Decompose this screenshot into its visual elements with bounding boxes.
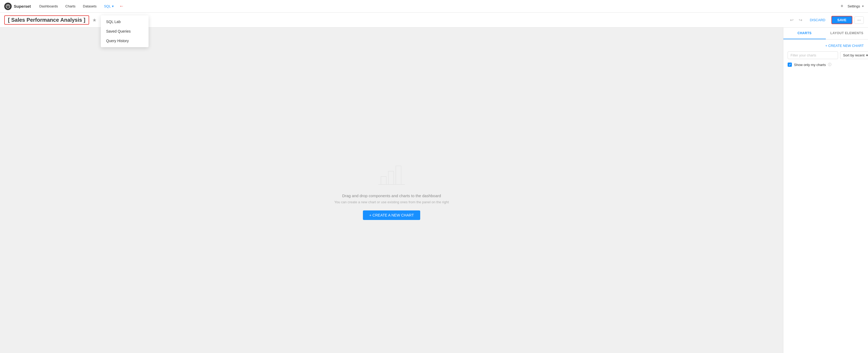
sort-select[interactable]: Sort by recent ▾ (840, 51, 868, 59)
empty-illustration (376, 161, 407, 188)
sql-lab-item[interactable]: SQL Lab (101, 17, 149, 27)
main-layout: Drag and drop components and charts to t… (0, 28, 868, 353)
nav-charts[interactable]: Charts (62, 3, 79, 10)
info-icon[interactable]: ⓘ (828, 62, 831, 67)
undo-button[interactable]: ↩ (788, 16, 795, 24)
settings-chevron: ▾ (862, 4, 864, 8)
nav-right: + Settings ▾ (839, 2, 864, 10)
panel-content: + CREATE NEW CHART Sort by recent ▾ Show… (783, 39, 868, 353)
show-my-charts-row: Show only my charts ⓘ (787, 62, 864, 67)
discard-button[interactable]: DISCARD (806, 16, 830, 24)
arrow-indicator: ← (119, 3, 124, 9)
show-my-charts-checkbox[interactable] (787, 63, 792, 67)
panel-tabs: CHARTS LAYOUT ELEMENTS (783, 28, 868, 39)
logo-text: Superset (14, 4, 31, 8)
right-panel: CHARTS LAYOUT ELEMENTS + CREATE NEW CHAR… (783, 28, 868, 353)
filter-charts-input[interactable] (787, 51, 838, 59)
nav-sql-label: SQL (104, 4, 111, 8)
show-my-charts-label: Show only my charts (794, 63, 826, 67)
sql-dropdown: SQL Lab Saved Queries Query History (101, 15, 149, 47)
svg-point-0 (6, 4, 10, 8)
nav-sql[interactable]: SQL ▾ (101, 3, 117, 10)
svg-rect-3 (396, 166, 401, 184)
svg-rect-2 (389, 171, 394, 184)
dashboard-title[interactable]: [ Sales Performance Analysis ] (4, 15, 89, 25)
favorite-star-icon[interactable]: ★ (92, 17, 97, 23)
drag-drop-subtitle: You can create a new chart or use existi… (334, 200, 449, 204)
sort-label: Sort by recent (843, 53, 865, 57)
saved-queries-item[interactable]: Saved Queries (101, 27, 149, 36)
drag-drop-title: Drag and drop components and charts to t… (342, 193, 441, 198)
more-options-button[interactable]: ··· (855, 16, 864, 24)
logo: Superset (4, 3, 31, 10)
nav-datasets[interactable]: Datasets (80, 3, 100, 10)
create-new-chart-label: + CREATE NEW CHART (825, 44, 864, 48)
tab-layout-elements[interactable]: LAYOUT ELEMENTS (826, 28, 868, 39)
top-navigation: Superset Dashboards Charts Datasets SQL … (0, 0, 868, 13)
save-button[interactable]: SAVE (831, 16, 852, 24)
nav-plus-button[interactable]: + (839, 2, 846, 10)
query-history-item[interactable]: Query History (101, 36, 149, 45)
nav-settings-button[interactable]: Settings (847, 4, 860, 8)
nav-links: Dashboards Charts Datasets SQL ▾ SQL Lab… (36, 3, 124, 10)
nav-sql-chevron: ▾ (112, 4, 114, 8)
nav-dashboards[interactable]: Dashboards (36, 3, 61, 10)
redo-button[interactable]: ↪ (797, 16, 804, 24)
tab-charts[interactable]: CHARTS (783, 28, 826, 39)
create-new-chart-link[interactable]: + CREATE NEW CHART (787, 44, 864, 48)
filter-sort-row: Sort by recent ▾ (787, 51, 864, 59)
canvas-area: Drag and drop components and charts to t… (0, 28, 783, 353)
sort-chevron-icon: ▾ (866, 53, 868, 57)
svg-rect-1 (381, 176, 386, 184)
logo-icon (4, 3, 12, 10)
subheader-right: ↩ ↪ DISCARD SAVE ··· (788, 16, 864, 24)
nav-sql-container: SQL ▾ SQL Lab Saved Queries Query Histor… (101, 3, 117, 10)
create-chart-button[interactable]: + CREATE A NEW CHART (363, 210, 420, 220)
